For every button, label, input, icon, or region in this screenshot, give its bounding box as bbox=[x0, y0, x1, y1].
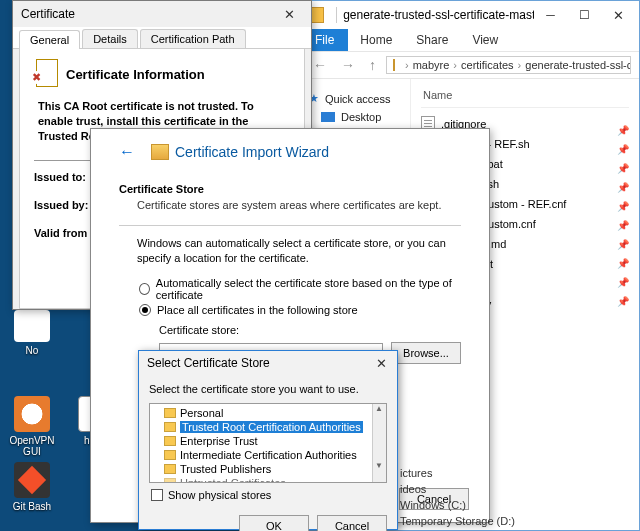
tree-item-selected[interactable]: Trusted Root Certification Authorities bbox=[150, 420, 386, 434]
desktop-label: Git Bash bbox=[2, 501, 62, 512]
explorer-nav-extra: ictures ideos Windows (C:) Temporary Sto… bbox=[400, 465, 515, 529]
ok-button[interactable]: OK bbox=[239, 515, 309, 531]
folder-icon bbox=[393, 59, 395, 71]
dialog-title: Select Certificate Store bbox=[147, 356, 270, 370]
nav-up[interactable]: ↑ bbox=[365, 57, 380, 73]
window-title: generate-trusted-ssl-certificate-master bbox=[343, 8, 533, 22]
tab-general[interactable]: General bbox=[19, 30, 80, 49]
cancel-button[interactable]: Cancel bbox=[317, 515, 387, 531]
wizard-section-desc: Certificate stores are system areas wher… bbox=[137, 199, 461, 211]
tree-item[interactable]: Untrusted Certificates bbox=[150, 476, 386, 483]
radio-auto-select[interactable]: Automatically select the certificate sto… bbox=[139, 277, 461, 301]
window-title: Certificate bbox=[21, 7, 75, 21]
nav-back[interactable]: ← bbox=[309, 57, 331, 73]
cert-info-title: Certificate Information bbox=[66, 67, 205, 82]
certificate-warning-icon bbox=[34, 59, 60, 89]
tab-certpath[interactable]: Certification Path bbox=[140, 29, 246, 48]
explorer-titlebar[interactable]: generate-trusted-ssl-certificate-master … bbox=[301, 1, 639, 29]
minimize-button[interactable]: ─ bbox=[534, 4, 568, 26]
select-store-titlebar[interactable]: Select Certificate Store ✕ bbox=[139, 351, 397, 375]
browse-button[interactable]: Browse... bbox=[391, 342, 461, 364]
column-name[interactable]: Name bbox=[421, 87, 629, 108]
nav-pictures[interactable]: ictures bbox=[400, 465, 515, 481]
show-physical-checkbox[interactable]: Show physical stores bbox=[151, 489, 387, 501]
wizard-title: Certificate Import Wizard bbox=[175, 144, 329, 160]
tab-details[interactable]: Details bbox=[82, 29, 138, 48]
nav-drive-c[interactable]: Windows (C:) bbox=[400, 497, 515, 513]
tree-item[interactable]: Trusted Publishers bbox=[150, 462, 386, 476]
desktop-icon-openvpn[interactable]: OpenVPN GUI bbox=[2, 396, 62, 457]
nav-forward[interactable]: → bbox=[337, 57, 359, 73]
wizard-back-button[interactable]: ← bbox=[119, 143, 135, 161]
maximize-button[interactable]: ☐ bbox=[567, 4, 601, 26]
radio-place-store[interactable]: Place all certificates in the following … bbox=[139, 304, 461, 316]
tree-item[interactable]: Intermediate Certification Authorities bbox=[150, 448, 386, 462]
wizard-section-title: Certificate Store bbox=[119, 183, 461, 195]
breadcrumb-seg[interactable]: generate-trusted-ssl-certificate-master bbox=[525, 59, 631, 71]
scrollbar[interactable] bbox=[372, 404, 386, 482]
valid-from-label: Valid from bbox=[34, 227, 87, 239]
nav-videos[interactable]: ideos bbox=[400, 481, 515, 497]
certificate-icon bbox=[151, 144, 169, 160]
ribbon-view[interactable]: View bbox=[460, 29, 510, 51]
store-label: Certificate store: bbox=[159, 324, 461, 336]
wizard-paragraph: Windows can automatically select a certi… bbox=[137, 236, 461, 267]
close-button[interactable]: ✕ bbox=[601, 4, 635, 26]
address-bar[interactable]: › mabyre› certificates› generate-trusted… bbox=[386, 56, 631, 74]
ribbon-share[interactable]: Share bbox=[404, 29, 460, 51]
nav-drive-d[interactable]: Temporary Storage (D:) bbox=[400, 513, 515, 529]
breadcrumb-seg[interactable]: mabyre bbox=[413, 59, 450, 71]
pin-column: 📌📌📌📌📌📌📌📌📌📌 bbox=[617, 125, 629, 307]
tree-item[interactable]: Enterprise Trust bbox=[150, 434, 386, 448]
nav-desktop[interactable]: Desktop bbox=[307, 108, 404, 126]
breadcrumb-seg[interactable]: certificates bbox=[461, 59, 514, 71]
select-cert-store-dialog: Select Certificate Store ✕ Select the ce… bbox=[138, 350, 398, 530]
nav-quick-access[interactable]: ★Quick access bbox=[307, 89, 404, 108]
dialog-prompt: Select the certificate store you want to… bbox=[149, 383, 387, 395]
ribbon-home[interactable]: Home bbox=[348, 29, 404, 51]
issued-to-label: Issued to: bbox=[34, 171, 86, 183]
desktop-icon-gitbash[interactable]: Git Bash bbox=[2, 462, 62, 512]
certificate-titlebar[interactable]: Certificate ✕ bbox=[13, 1, 311, 27]
close-button[interactable]: ✕ bbox=[271, 3, 307, 25]
tree-item[interactable]: Personal bbox=[150, 406, 386, 420]
issued-by-label: Issued by: bbox=[34, 199, 88, 211]
close-button[interactable]: ✕ bbox=[369, 352, 393, 374]
desktop-label: No bbox=[2, 345, 62, 356]
store-tree[interactable]: Personal Trusted Root Certification Auth… bbox=[149, 403, 387, 483]
desktop-label: OpenVPN GUI bbox=[2, 435, 62, 457]
